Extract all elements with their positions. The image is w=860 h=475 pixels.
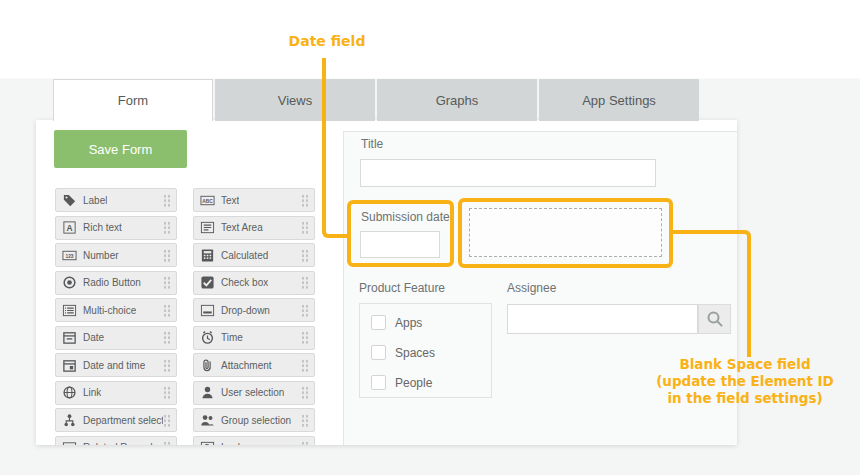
date-field-highlight [347, 200, 454, 267]
product-feature-label: Product Feature [359, 281, 445, 295]
palette-item-label: Number [83, 250, 119, 261]
checkbox-option-people[interactable]: People [371, 375, 432, 390]
text-area-icon [200, 220, 215, 235]
svg-text:ABC: ABC [202, 198, 213, 203]
palette-item-label: Radio Button [83, 277, 141, 288]
palette-item-user-selection[interactable]: User selection [193, 381, 315, 405]
palette-item-group-selection[interactable]: Group selection [193, 408, 315, 432]
palette-item-label: Department selection [83, 415, 163, 426]
checkbox-label: Spaces [395, 346, 435, 360]
palette-item-label: Calculated [221, 250, 268, 261]
palette-item-radio-button[interactable]: Radio Button [55, 271, 177, 295]
palette-item-department-selection[interactable]: Department selection [55, 408, 177, 432]
drag-handle-icon [163, 359, 171, 372]
drag-handle-icon [163, 276, 171, 289]
drag-handle-icon [301, 276, 309, 289]
palette-item-date-and-time[interactable]: Date and time [55, 353, 177, 377]
tab-views[interactable]: Views [215, 79, 375, 121]
clock-icon [200, 330, 215, 345]
palette-item-time[interactable]: Time [193, 326, 315, 350]
title-input[interactable] [360, 159, 656, 187]
palette-item-label: Date and time [83, 360, 145, 371]
tag-icon [62, 193, 77, 208]
tab-graphs[interactable]: Graphs [377, 79, 537, 121]
palette-item-label: Text Area [221, 222, 263, 233]
drag-handle-icon [301, 359, 309, 372]
checkbox-icon[interactable] [371, 315, 386, 330]
drag-handle-icon [301, 304, 309, 317]
save-form-button[interactable]: Save Form [54, 130, 187, 168]
drop-down-icon [200, 303, 215, 318]
drag-handle-icon [163, 414, 171, 427]
palette-item-calculated[interactable]: Calculated [193, 243, 315, 267]
drag-handle-icon [163, 249, 171, 262]
annotation-blank-space-connector [670, 230, 751, 357]
related-records-icon [62, 440, 77, 445]
palette-item-text-area[interactable]: Text Area [193, 216, 315, 240]
palette-item-label: Rich text [83, 222, 122, 233]
checkbox-icon[interactable] [371, 345, 386, 360]
field-palette: LabelABCTextARich textText Area123Number… [55, 188, 315, 445]
palette-item-label: User selection [221, 387, 284, 398]
drag-handle-icon [301, 194, 309, 207]
palette-item-rich-text[interactable]: ARich text [55, 216, 177, 240]
palette-item-label[interactable]: Label [55, 188, 177, 212]
drag-handle-icon [163, 221, 171, 234]
calendar-time-icon [62, 358, 77, 373]
checkbox-icon [200, 275, 215, 290]
rich-text-icon: A [62, 220, 77, 235]
palette-item-date[interactable]: Date [55, 326, 177, 350]
palette-item-drop-down[interactable]: Drop-down [193, 298, 315, 322]
palette-item-number[interactable]: 123Number [55, 243, 177, 267]
tab-bar: FormViewsGraphsApp Settings [53, 79, 699, 121]
annotation-date-field-label: Date field [247, 33, 407, 49]
checkbox-option-apps[interactable]: Apps [371, 315, 422, 330]
drag-handle-icon [301, 331, 309, 344]
svg-text:123: 123 [65, 253, 73, 258]
palette-item-label: Time [221, 332, 243, 343]
drag-handle-icon [301, 414, 309, 427]
drag-handle-icon [163, 331, 171, 344]
annotation-date-field-connector [322, 58, 350, 238]
drag-handle-icon [163, 386, 171, 399]
lookup-icon [200, 440, 215, 445]
palette-item-label: Date [83, 332, 104, 343]
palette-item-label: Multi-choice [83, 305, 136, 316]
drag-handle-icon [301, 249, 309, 262]
palette-item-text[interactable]: ABCText [193, 188, 315, 212]
palette-item-label: Text [221, 195, 239, 206]
radio-button-icon [62, 275, 77, 290]
calculator-icon [200, 248, 215, 263]
palette-item-lookup[interactable]: Lookup [193, 436, 315, 446]
palette-item-attachment[interactable]: Attachment [193, 353, 315, 377]
checkbox-option-spaces[interactable]: Spaces [371, 345, 435, 360]
palette-item-link[interactable]: Link [55, 381, 177, 405]
drag-handle-icon [301, 386, 309, 399]
palette-item-check-box[interactable]: Check box [193, 271, 315, 295]
paperclip-icon [200, 358, 215, 373]
assignee-label: Assignee [507, 281, 556, 295]
product-feature-group: AppsSpacesPeople [359, 303, 492, 398]
group-icon [200, 413, 215, 428]
checkbox-label: People [395, 376, 432, 390]
palette-item-label: Check box [221, 277, 268, 288]
checkbox-label: Apps [395, 316, 422, 330]
drag-handle-icon [301, 221, 309, 234]
palette-item-label: Lookup [221, 442, 254, 445]
palette-item-label: Related Records [83, 442, 157, 445]
checkbox-icon[interactable] [371, 375, 386, 390]
palette-item-label: Attachment [221, 360, 272, 371]
palette-item-label: Link [83, 387, 101, 398]
tab-form[interactable]: Form [53, 79, 213, 121]
svg-text:A: A [66, 223, 72, 233]
number-icon: 123 [62, 248, 77, 263]
title-field-label: Title [361, 137, 383, 151]
abc-text-icon: ABC [200, 193, 215, 208]
calendar-icon [62, 330, 77, 345]
annotation-blank-space-label: Blank Space field (update the Element ID… [630, 356, 860, 407]
palette-item-related-records[interactable]: Related Records [55, 436, 177, 446]
globe-icon [62, 385, 77, 400]
palette-item-multi-choice[interactable]: Multi-choice [55, 298, 177, 322]
drag-handle-icon [163, 304, 171, 317]
tab-app-settings[interactable]: App Settings [539, 79, 699, 121]
